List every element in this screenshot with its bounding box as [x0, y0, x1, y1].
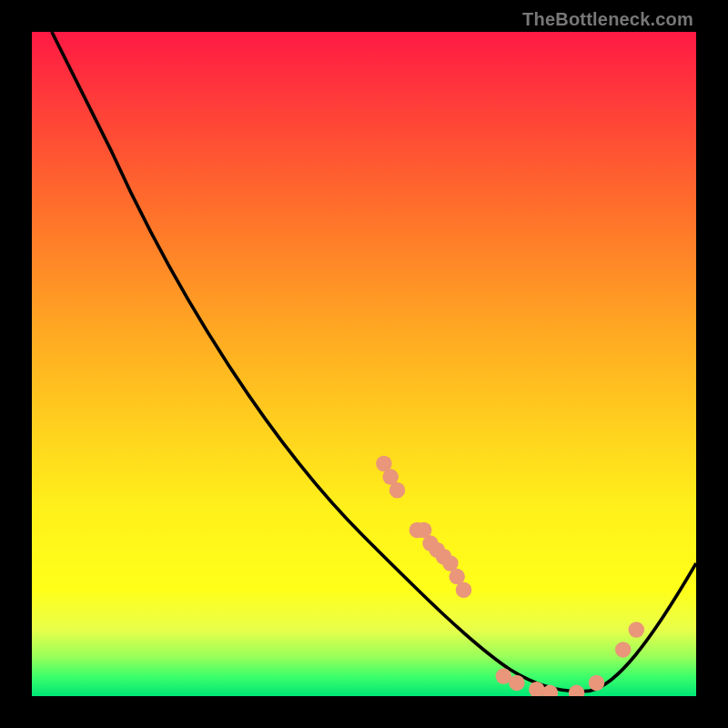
chart-frame: TheBottleneck.com	[0, 0, 728, 728]
data-point	[615, 642, 632, 658]
data-point	[569, 685, 585, 696]
data-point	[589, 675, 605, 692]
chart-plot-area	[32, 32, 696, 696]
watermark-text: TheBottleneck.com	[522, 9, 693, 30]
data-point	[509, 675, 525, 692]
data-point	[456, 581, 472, 598]
data-point	[389, 482, 406, 499]
data-point	[629, 622, 645, 638]
data-point	[542, 685, 559, 696]
data-points-layer	[32, 32, 696, 696]
